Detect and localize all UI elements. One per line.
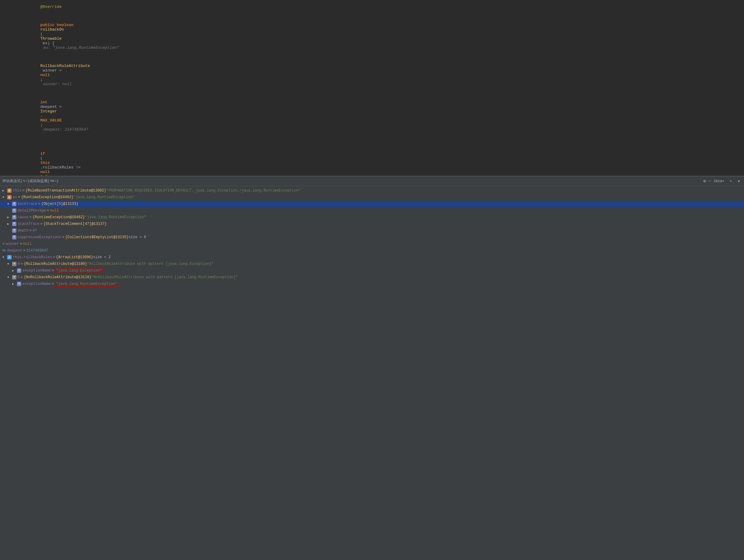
var-name: backtrace <box>17 202 37 206</box>
debug-var-row-depth[interactable]: f depth = 47 <box>0 227 744 234</box>
var-icon-f: f <box>12 222 16 226</box>
code-span: RollbackRuleAttribute <box>40 64 90 68</box>
inline-hint: deepest: 2147483647 <box>43 127 88 132</box>
code-span: public boolean <box>40 23 76 27</box>
code-span: deepest = <box>40 105 64 109</box>
code-text: int deepest = Integer . MAX_VALUE ; deep… <box>17 91 742 136</box>
code-content: @Override public boolean rollbackOn ( Th… <box>0 0 744 176</box>
var-icon-f: f <box>12 208 16 213</box>
var-value-num: 47 <box>32 229 37 233</box>
var-value: size = 0 <box>128 235 146 239</box>
expand-arrow <box>7 209 11 212</box>
var-name: this <box>13 189 22 193</box>
equals-sign: = <box>62 235 64 239</box>
var-icon-f: f <box>12 202 16 206</box>
code-text: RollbackRuleAttribute winner = null ; wi… <box>17 54 742 91</box>
var-icon-f: f <box>12 235 16 239</box>
var-value: "RollbackRuleAttribute with pattern [jav… <box>87 262 214 266</box>
expand-arrow: ▼ <box>2 256 6 259</box>
debug-var-row-winner[interactable]: ≡ winner = null <box>0 241 744 247</box>
expand-arrow: ▼ <box>7 263 11 266</box>
debug-var-row-this[interactable]: ▶ p this = {RuleBasedTransactionAttribut… <box>0 187 744 194</box>
var-icon-p: p <box>7 195 11 199</box>
exception-name-value-1: "java.lang.RuntimeException" <box>55 281 118 287</box>
var-type: {StackTraceElement[47]@13137} <box>43 222 107 226</box>
settings-button[interactable]: ▾ <box>736 178 742 184</box>
var-name: detailMessage <box>17 208 46 213</box>
oo-icon: ∞ <box>7 255 11 259</box>
gear-icon[interactable]: ⚙ <box>703 178 706 184</box>
debug-var-row-stackTrace[interactable]: ▶ f stackTrace = {StackTraceElement[47]@… <box>0 221 744 227</box>
code-line <box>0 136 744 143</box>
debugger-toolbar: 评估表达式(⌥⏎)或添加监视(⌥⌘⏎) ⚙ − Java▾ + ▾ <box>0 176 744 186</box>
oi-icon: 0i <box>2 249 6 252</box>
equals-sign: = <box>53 255 55 259</box>
var-type: {RuleBasedTransactionAttribute@13092} <box>26 189 106 193</box>
var-icon-p: p <box>7 189 11 193</box>
debugger-variables-list: ▶ p this = {RuleBasedTransactionAttribut… <box>0 186 744 560</box>
debug-var-row-exceptionName-0[interactable]: ▶ f exceptionName = "java.lang.Exception… <box>0 267 744 274</box>
code-span <box>40 18 50 23</box>
code-span: .rollbackRules != <box>40 165 83 170</box>
expand-arrow: ▶ <box>2 189 6 192</box>
main-container: @Override public boolean rollbackOn ( Th… <box>0 0 744 560</box>
debug-var-row-backtrace[interactable]: ▼ f backtrace = {Object[5]@13133} <box>0 201 744 207</box>
code-span: MAX_VALUE <box>40 118 62 123</box>
code-span: ) { <box>40 174 47 176</box>
code-span <box>40 95 59 100</box>
debug-var-row-1[interactable]: ▼ = 1 = {NoRollbackRuleAttribute@13110} … <box>0 274 744 281</box>
debug-var-row-0[interactable]: ▼ = 0 = {RollbackRuleAttribute@13100} "R… <box>0 261 744 267</box>
var-icon-f: f <box>12 215 16 219</box>
language-selector[interactable]: Java▾ <box>713 179 724 183</box>
var-type: {RuntimeException@10462} <box>32 215 85 219</box>
equals-sign: = <box>47 208 49 213</box>
equals-icon: ≡ <box>2 242 5 246</box>
code-span: Throwable <box>40 36 62 41</box>
code-text <box>17 137 742 142</box>
var-type: {RuntimeException@10462} <box>21 195 74 199</box>
var-name: depth <box>17 229 29 233</box>
inline-hint: winner: null <box>43 82 72 86</box>
expand-arrow: ▼ <box>7 276 11 279</box>
expand-arrow: ▶ <box>7 215 11 219</box>
equals-sign: = <box>23 189 25 193</box>
equals-sign: = <box>52 269 54 273</box>
var-name: deepest <box>7 248 22 253</box>
equals-sign: = <box>40 222 42 226</box>
equals-sign: = <box>21 275 23 279</box>
debug-var-row-rollbackRules[interactable]: ▼ ∞ this.rollbackRules = {ArrayList@1309… <box>0 254 744 261</box>
exception-name-value-0: "java.lang.Exception" <box>55 268 103 273</box>
add-watch-button[interactable]: + <box>728 178 734 184</box>
evaluate-expression-label: 评估表达式(⌥⏎)或添加监视(⌥⌘⏎) <box>2 179 59 183</box>
var-icon-f: f <box>17 269 21 273</box>
var-value: "NoRollbackRuleAttribute with pattern [j… <box>91 275 238 279</box>
var-value-num: 2147483647 <box>26 248 48 253</box>
code-editor: @Override public boolean rollbackOn ( Th… <box>0 0 744 176</box>
debug-var-row-ex[interactable]: ▼ p ex = {RuntimeException@10462} "java.… <box>0 194 744 201</box>
annotation: @Override <box>40 5 62 9</box>
var-name: suppressedExceptions <box>17 235 61 239</box>
var-icon-f: f <box>12 229 16 233</box>
equals-sign: = <box>21 262 23 266</box>
debug-var-row-exceptionName-1[interactable]: ▶ f exceptionName = "java.lang.RuntimeEx… <box>0 281 744 287</box>
minus-icon[interactable]: − <box>709 179 711 184</box>
debug-var-row-deepest[interactable]: 0i deepest = 2147483647 <box>0 247 744 254</box>
code-span: null <box>40 170 50 174</box>
var-name: stackTrace <box>17 222 39 226</box>
code-span: Integer <box>40 109 57 114</box>
inline-hint: ex: "java.lang.RuntimeException" <box>43 45 119 50</box>
debug-var-row-detailMessage[interactable]: f detailMessage = null <box>0 207 744 214</box>
code-span: ex) { <box>40 41 54 45</box>
equals-sign: = <box>18 195 20 199</box>
debug-var-row-suppressedExceptions[interactable]: f suppressedExceptions = {Collections$Em… <box>0 234 744 241</box>
expand-arrow: ▼ <box>7 202 11 206</box>
var-type: {Collections$EmptyList@13135} <box>65 235 128 239</box>
code-span <box>40 147 59 152</box>
expand-arrow <box>7 229 11 232</box>
var-value: size = 2 <box>93 255 111 259</box>
code-span: ; <box>40 77 43 82</box>
debug-var-row-cause[interactable]: ▶ f cause = {RuntimeException@10462} "ja… <box>0 214 744 221</box>
eq-icon: = <box>12 275 16 279</box>
eq-icon: = <box>12 262 16 266</box>
var-value-null: null <box>50 208 59 213</box>
